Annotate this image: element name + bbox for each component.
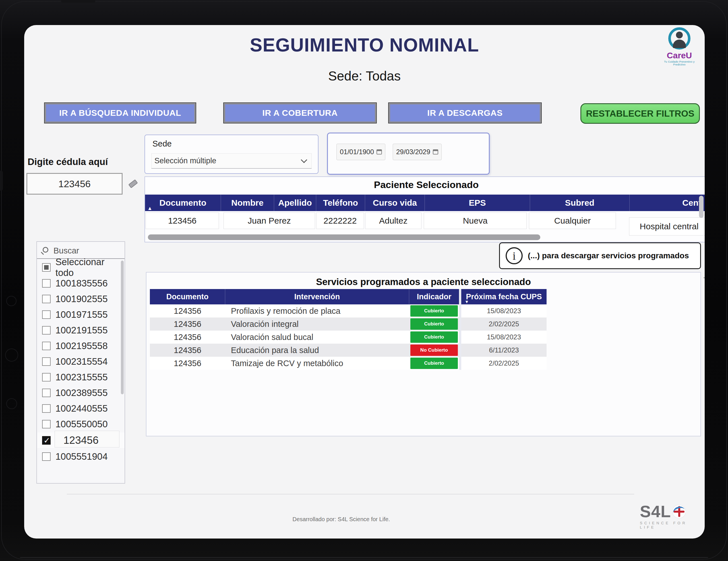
checkbox-icon[interactable]	[42, 373, 51, 382]
list-item[interactable]: 1005551904	[37, 449, 125, 464]
horizontal-scrollbar[interactable]	[148, 234, 540, 240]
list-item[interactable]: 1001835556	[37, 275, 125, 291]
list-item[interactable]: 1001902555	[37, 291, 125, 307]
start-date-value: 01/01/1900	[340, 148, 374, 156]
calendar-icon[interactable]	[377, 149, 382, 154]
checkbox-icon[interactable]	[42, 279, 51, 288]
list-item[interactable]: 1002315554	[37, 354, 125, 369]
list-item-label: 1005550050	[55, 419, 108, 430]
list-item-label: 1005551904	[55, 451, 108, 462]
list-item-label: 1002315555	[55, 372, 108, 383]
list-item[interactable]: 1001971555	[37, 307, 125, 322]
list-item-selected[interactable]: 123456	[37, 432, 125, 448]
start-date-input[interactable]: 01/01/1900	[336, 144, 385, 160]
nav-button-busqueda-individual[interactable]: IR A BÚSQUEDA INDIVIDUAL	[44, 102, 196, 123]
service-intervencion: Tamizaje de RCV y metabólico	[231, 357, 402, 370]
careu-person-body-icon	[673, 40, 686, 48]
service-row[interactable]: 124356 Valoración salud bucal Cubierto 1…	[150, 331, 547, 344]
list-item[interactable]: 1002191555	[37, 322, 125, 338]
services-table-title: Servicios programados a paciente selecci…	[146, 276, 700, 287]
search-input[interactable]: Buscar	[53, 246, 79, 255]
s4l-globe-icon	[673, 505, 686, 518]
patient-col-curso-vida[interactable]: Curso vida	[365, 194, 425, 211]
service-documento: 124356	[150, 331, 225, 344]
nav-button-cobertura[interactable]: IR A COBERTURA	[223, 102, 377, 123]
service-row[interactable]: 124356 Tamizaje de RCV y metabólico Cubi…	[150, 357, 547, 370]
sede-filter-panel: Sede Selección múltiple	[144, 134, 319, 174]
list-item[interactable]: 1005550050	[37, 416, 125, 432]
services-col-intervencion[interactable]: Intervención	[225, 289, 409, 305]
list-item-label: 1001902555	[55, 294, 108, 305]
patient-cell-eps: Nueva	[424, 212, 527, 229]
services-col-indicador[interactable]: Indicador	[409, 289, 459, 305]
services-table-card: Servicios programados a paciente selecci…	[146, 272, 701, 436]
end-date-input[interactable]: 29/03/2029	[393, 144, 442, 160]
status-badge: Cubierto	[410, 332, 458, 343]
service-documento: 124356	[150, 357, 225, 370]
checkbox-icon[interactable]	[42, 326, 51, 335]
checkbox-icon[interactable]	[42, 389, 51, 397]
sort-ascending-icon[interactable]: ▲	[147, 205, 152, 211]
patient-col-eps[interactable]: EPS	[425, 194, 530, 211]
search-row[interactable]: Buscar	[37, 245, 125, 258]
s4l-logo-name: S4L	[640, 502, 671, 521]
service-intervencion: Valoración integral	[231, 318, 402, 331]
service-intervencion: Educación para la salud	[231, 344, 402, 357]
service-documento: 124356	[150, 344, 225, 357]
page-subtitle: Sede: Todas	[24, 68, 705, 84]
sort-descending-icon[interactable]: ▼	[465, 299, 469, 304]
patient-cell-centro: Hospital central	[629, 217, 705, 235]
patient-table-card: Paciente Seleccionado Documento Nombre A…	[144, 176, 705, 242]
careu-logo: CareU Tu Cuidado Preventivo y Predictivo	[658, 27, 701, 66]
patient-cell-subred: Cualquier	[529, 212, 616, 229]
calendar-icon[interactable]	[433, 149, 438, 154]
service-fecha: 6/11/2023	[461, 344, 547, 357]
date-range-panel: 01/01/1900 29/03/2029	[327, 132, 490, 175]
patient-col-nombre[interactable]: Nombre	[221, 194, 274, 211]
checkbox-checked-icon[interactable]	[42, 436, 51, 445]
service-documento: 124356	[150, 305, 225, 318]
s4l-logo-tagline: SCIENCE FOR LIFE	[640, 521, 705, 529]
checkbox-icon[interactable]	[42, 311, 51, 319]
info-note: i (...) para descargar servicios program…	[499, 242, 701, 269]
tablet-frame: SEGUIMIENTO NOMINAL Sede: Todas CareU Tu…	[0, 0, 728, 561]
tablet-volume-button	[0, 171, 3, 190]
checkbox-partial-icon[interactable]	[42, 263, 51, 272]
services-col-proxima-fecha[interactable]: Próxima fecha CUPS	[461, 289, 547, 305]
list-item-label: 1002315554	[55, 356, 108, 367]
sede-dropdown[interactable]: Selección múltiple	[151, 153, 312, 169]
vertical-scrollbar[interactable]	[699, 196, 704, 218]
cedula-input[interactable]: 123456	[26, 173, 123, 194]
nav-button-descargas[interactable]: IR A DESCARGAS	[388, 102, 542, 123]
list-item[interactable]: 1002315555	[37, 369, 125, 385]
checkbox-icon[interactable]	[42, 420, 51, 429]
list-item[interactable]: 1002195558	[37, 338, 125, 354]
patient-cell-telefono: 2222222	[316, 212, 364, 229]
services-col-documento[interactable]: Documento	[150, 289, 225, 305]
patient-col-telefono[interactable]: Teléfono	[316, 194, 365, 211]
column-gap	[459, 289, 461, 370]
service-fecha: 2/02/2025	[461, 357, 547, 370]
list-item[interactable]: 1002440555	[37, 401, 125, 416]
reset-filters-button[interactable]: RESTABLECER FILTROS	[580, 103, 700, 124]
checkbox-icon[interactable]	[42, 295, 51, 303]
list-item[interactable]: 1002389555	[37, 385, 125, 401]
tablet-power-button	[61, 0, 95, 3]
checkbox-icon[interactable]	[42, 452, 51, 461]
service-row[interactable]: 124356 Profilaxis y remoción de placa Cu…	[150, 305, 547, 318]
checkbox-icon[interactable]	[42, 357, 51, 366]
patient-col-centro[interactable]: Cent	[630, 194, 705, 211]
dashboard-screen: SEGUIMIENTO NOMINAL Sede: Todas CareU Tu…	[24, 25, 705, 539]
patient-col-subred[interactable]: Subred	[530, 194, 630, 211]
patient-table-title: Paciente Seleccionado	[145, 179, 705, 190]
service-row[interactable]: 124356 Valoración integral Cubierto 2/02…	[150, 318, 547, 331]
info-note-text: (...) para descargar servicios programad…	[528, 251, 689, 260]
service-row[interactable]: 124356 Educación para la salud No Cubier…	[150, 344, 547, 357]
select-all-item[interactable]: Seleccionar todo	[37, 259, 125, 275]
patient-cell-curso-vida: Adultez	[365, 212, 421, 229]
checkbox-icon[interactable]	[42, 342, 51, 350]
eraser-icon[interactable]	[128, 179, 138, 188]
patient-col-documento[interactable]: Documento	[145, 194, 221, 211]
checkbox-icon[interactable]	[42, 404, 51, 413]
patient-col-apellido[interactable]: Apellido	[274, 194, 316, 211]
